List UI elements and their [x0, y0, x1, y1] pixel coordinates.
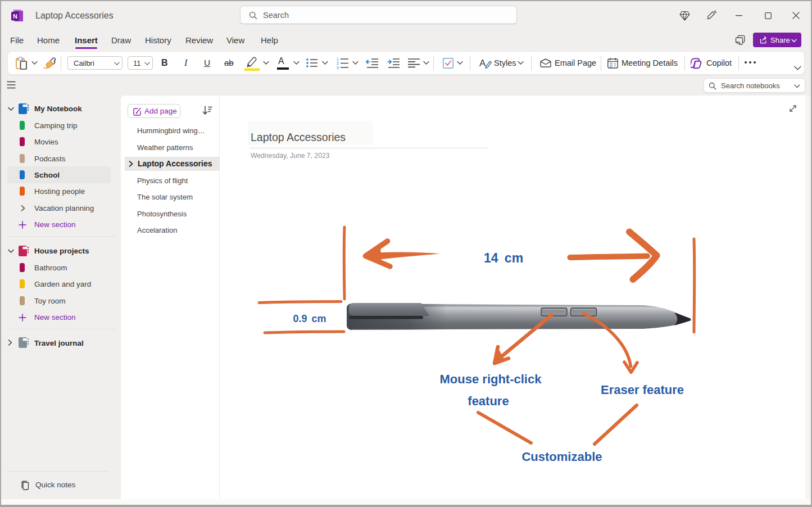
- svg-text:3: 3: [337, 66, 339, 70]
- svg-text:Customizable: Customizable: [521, 450, 602, 464]
- svg-text:N: N: [13, 13, 17, 20]
- svg-text:feature: feature: [468, 394, 509, 408]
- svg-text:0.9 cm: 0.9 cm: [293, 313, 326, 324]
- svg-text:14 cm: 14 cm: [484, 251, 523, 265]
- svg-text:Eraser feature: Eraser feature: [601, 383, 684, 397]
- svg-text:1: 1: [337, 57, 339, 61]
- svg-text:A: A: [479, 58, 486, 69]
- svg-text:2: 2: [337, 61, 339, 65]
- svg-text:Mouse right-click: Mouse right-click: [440, 372, 542, 386]
